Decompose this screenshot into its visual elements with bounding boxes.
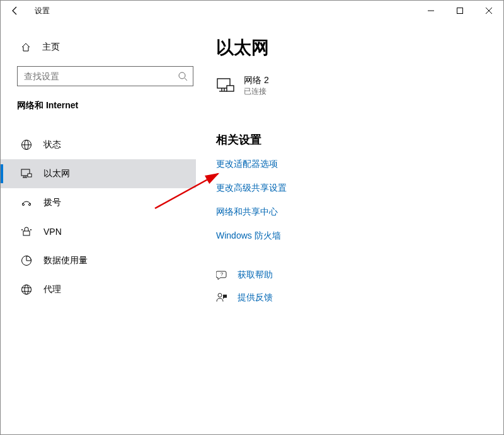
titlebar: 设置 (1, 1, 503, 21)
search-input[interactable] (18, 71, 193, 81)
close-icon (486, 8, 492, 14)
nav-item-ethernet[interactable]: 以太网 (1, 159, 196, 188)
nav-item-data-usage[interactable]: 数据使用量 (1, 246, 196, 275)
link-adapter-options[interactable]: 更改适配器选项 (216, 159, 503, 170)
sidebar-section-title: 网络和 Internet (12, 100, 196, 111)
proxy-icon (21, 284, 32, 295)
vpn-icon (21, 226, 32, 237)
svg-point-30 (218, 293, 222, 297)
svg-point-21 (25, 285, 28, 295)
network-status[interactable]: 网络 2 已连接 (216, 75, 503, 97)
nav-item-vpn[interactable]: VPN (1, 217, 196, 246)
minimize-icon (428, 8, 434, 14)
maximize-icon (457, 8, 463, 14)
svg-rect-10 (28, 174, 32, 177)
back-button[interactable] (1, 1, 30, 21)
ethernet-icon (21, 168, 32, 179)
back-arrow-icon (10, 6, 20, 16)
svg-point-15 (29, 204, 31, 206)
link-network-sharing-center[interactable]: 网络和共享中心 (216, 206, 503, 218)
svg-rect-1 (457, 8, 463, 14)
svg-point-14 (23, 204, 25, 206)
nav-list: 状态 以太网 拨号 VPN 数据使用量 (1, 130, 196, 304)
related-links: 更改适配器选项 更改高级共享设置 网络和共享中心 Windows 防火墙 (216, 159, 503, 242)
help-icon: ? (216, 269, 227, 281)
nav-label: 数据使用量 (43, 255, 88, 266)
window-title: 设置 (35, 6, 50, 16)
search-icon (178, 71, 188, 81)
settings-window: 设置 主页 网络和 Internet (0, 0, 504, 435)
network-text: 网络 2 已连接 (244, 75, 269, 97)
maximize-button[interactable] (445, 1, 474, 21)
svg-point-17 (21, 229, 23, 230)
sidebar: 主页 网络和 Internet 状态 以太网 拨号 (1, 21, 196, 434)
home-label: 主页 (42, 42, 60, 53)
globe-icon (21, 139, 32, 150)
content-area: 主页 网络和 Internet 状态 以太网 拨号 (1, 21, 503, 434)
svg-point-4 (179, 72, 185, 79)
home-link[interactable]: 主页 (12, 36, 196, 59)
nav-label: 代理 (43, 284, 61, 295)
search-box[interactable] (17, 66, 193, 86)
nav-label: 以太网 (43, 168, 70, 179)
nav-item-status[interactable]: 状态 (1, 130, 196, 159)
svg-line-5 (185, 78, 187, 81)
link-feedback[interactable]: 提供反馈 (238, 292, 273, 303)
window-controls (416, 1, 503, 21)
svg-point-20 (22, 285, 32, 295)
dialup-icon (21, 197, 32, 208)
nav-label: 拨号 (43, 197, 61, 208)
nav-item-dialup[interactable]: 拨号 (1, 188, 196, 217)
feedback-row[interactable]: 提供反馈 (216, 292, 503, 303)
close-button[interactable] (474, 1, 503, 21)
network-name: 网络 2 (244, 75, 269, 86)
data-usage-icon (21, 255, 32, 266)
main-panel: 以太网 网络 2 已连接 相关设置 更改适配器选项 更改高级共享设置 网络和共享… (196, 21, 503, 434)
svg-point-18 (30, 229, 32, 230)
ethernet-monitor-icon (216, 77, 235, 96)
svg-text:?: ? (220, 271, 224, 277)
link-advanced-sharing[interactable]: 更改高级共享设置 (216, 183, 503, 194)
svg-rect-25 (227, 86, 234, 91)
link-windows-firewall[interactable]: Windows 防火墙 (216, 230, 503, 242)
nav-label: VPN (43, 227, 62, 237)
nav-item-proxy[interactable]: 代理 (1, 275, 196, 304)
network-icon (216, 77, 235, 96)
related-settings-title: 相关设置 (216, 132, 503, 147)
minimize-button[interactable] (416, 1, 445, 21)
home-icon (21, 42, 31, 52)
svg-rect-16 (23, 231, 30, 235)
page-title: 以太网 (216, 36, 503, 60)
feedback-icon (216, 292, 227, 303)
get-help-row[interactable]: ? 获取帮助 (216, 269, 503, 281)
link-get-help[interactable]: 获取帮助 (238, 269, 273, 281)
network-connected-status: 已连接 (244, 86, 269, 97)
nav-label: 状态 (43, 139, 61, 150)
